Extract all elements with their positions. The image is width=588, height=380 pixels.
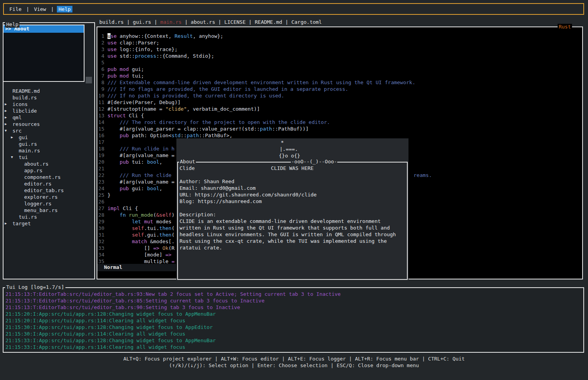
code-token: se xyxy=(111,33,117,39)
code-token: => xyxy=(165,252,172,258)
explorer-item-logger-rs[interactable]: logger.rs xyxy=(4,200,94,207)
code-token: pub xyxy=(120,186,129,191)
code-token xyxy=(107,159,120,165)
file-indent xyxy=(11,147,19,154)
explorer-item-label: menu_bar.rs xyxy=(24,207,58,214)
code-line: 9/// If no flags are provided, the GUI e… xyxy=(97,86,582,92)
code-token: /// Run the clide xyxy=(107,172,174,178)
menu-item-view[interactable]: View xyxy=(32,6,48,12)
ascii-art-line-1: * xyxy=(281,139,284,146)
code-token xyxy=(126,212,129,218)
log-line: 21:15:30:I:App:src/tui/app.rs:114:Cleari… xyxy=(5,331,583,337)
explorer-item-gui[interactable]: ▶gui xyxy=(4,134,94,141)
chevron-right-icon: ▶ xyxy=(5,108,12,114)
explorer-item-tui[interactable]: ▼tui xyxy=(4,154,94,161)
explorer-item-label: editor.rs xyxy=(24,180,51,187)
explorer-item-gui-rs[interactable]: gui.rs xyxy=(4,141,94,147)
line-number: 24 xyxy=(97,185,104,192)
code-token: then xyxy=(159,232,171,238)
code-token: self xyxy=(132,225,144,231)
shortcut-line-2: (↑/k)/(↓/j): Select option | Enter: Choo… xyxy=(0,362,588,369)
explorer-item-explorer-rs[interactable]: explorer.rs xyxy=(4,194,94,200)
code-token xyxy=(107,133,120,138)
explorer-item-readme-md[interactable]: README.md xyxy=(4,88,94,94)
help-dropdown-menu: Help >> About xyxy=(3,25,85,82)
about-box-title: About xyxy=(179,159,196,165)
code-text: pub mod tui; xyxy=(107,72,144,79)
tab-main-rs[interactable]: main.rs xyxy=(160,19,182,26)
tab-license[interactable]: LICENSE xyxy=(224,19,246,26)
log-line: 21:15:13:T:EditorTab:src/tui/editor_tab.… xyxy=(5,304,583,311)
code-line: 14 /// The root directory for the projec… xyxy=(97,119,582,125)
explorer-scrollbar-thumb[interactable] xyxy=(86,77,92,83)
code-token: , xyxy=(159,159,162,165)
log-line: 21:15:20:I:App:src/tui/app.rs:114:Cleari… xyxy=(5,317,583,324)
explorer-file-tree: README.mdbuild.rs▶icons▶libclide▶qml▶res… xyxy=(4,88,94,227)
line-number: 26 xyxy=(97,198,104,205)
code-token: clap::Parser; xyxy=(116,40,159,46)
code-token: mod xyxy=(120,66,129,72)
code-line: 5 xyxy=(97,59,582,66)
code-token: "clide" xyxy=(165,106,187,112)
log-line: 21:15:33:I:App:src/tui/app.rs:114:Cleari… xyxy=(5,344,583,350)
explorer-item-resources[interactable]: ▶resources xyxy=(4,121,94,127)
file-indent xyxy=(16,161,24,167)
explorer-item-label: README.md xyxy=(12,88,40,94)
code-token: use xyxy=(107,53,116,59)
explorer-item-target[interactable]: ▶target xyxy=(4,220,94,227)
line-number: 10 xyxy=(97,92,104,99)
tab-readme-md[interactable]: README.md xyxy=(255,19,282,26)
explorer-item-label: editor_tab.rs xyxy=(24,187,64,194)
ascii-art-border: -ooO--(_)--Ooo- xyxy=(291,159,337,165)
code-token: #[structopt(name = xyxy=(107,106,165,112)
file-indent xyxy=(5,88,12,94)
explorer-item-editor-rs[interactable]: editor.rs xyxy=(4,180,94,187)
explorer-item-icons[interactable]: ▶icons xyxy=(4,101,94,108)
code-token: #[arg(value_name = xyxy=(107,152,174,158)
explorer-item-build-rs[interactable]: build.rs xyxy=(4,94,94,101)
language-badge: Rust xyxy=(558,24,572,30)
explorer-item-src[interactable]: ▼src xyxy=(4,127,94,134)
tab-about-rs[interactable]: about.rs xyxy=(191,19,215,26)
code-text: /// If no path is provided, the current … xyxy=(107,92,284,99)
explorer-item-editor_tab-rs[interactable]: editor_tab.rs xyxy=(4,187,94,194)
line-number: 17 xyxy=(97,139,104,145)
code-token: tui; xyxy=(129,73,144,79)
tab-build-rs[interactable]: build.rs xyxy=(99,19,124,26)
explorer-item-about-rs[interactable]: about.rs xyxy=(4,161,94,167)
code-token: gui: xyxy=(129,186,147,191)
code-token: modes xyxy=(153,219,171,224)
code-token: #[arg(value_parser = clap::value_parser!… xyxy=(107,126,260,132)
code-token: run_mode xyxy=(129,212,153,218)
code-token xyxy=(107,212,120,218)
code-token: bool xyxy=(147,159,159,165)
explorer-item-label: main.rs xyxy=(19,147,40,154)
code-token: ( xyxy=(171,225,174,231)
menu-item-help[interactable]: Help xyxy=(57,6,72,12)
explorer-item-libclide[interactable]: ▶libclide xyxy=(4,108,94,114)
explorer-item-tui-rs[interactable]: tui.rs xyxy=(4,214,94,220)
menu-bar: File|View|Help xyxy=(3,3,584,15)
code-token: pub xyxy=(120,159,129,165)
tab-cargo-toml[interactable]: Cargo.toml xyxy=(291,19,322,26)
tab-gui-rs[interactable]: gui.rs xyxy=(133,19,151,26)
explorer-item-qml[interactable]: ▶qml xyxy=(4,114,94,121)
code-text: use std::process::{Command, Stdio}; xyxy=(107,53,214,59)
code-token: gui; xyxy=(129,66,144,72)
file-indent xyxy=(16,167,24,174)
code-token: , verbatim_doc_comment)] xyxy=(187,106,260,112)
code-line: 15 #[arg(value_parser = clap::value_pars… xyxy=(97,125,582,132)
line-number: 23 xyxy=(97,179,104,185)
log-line: 21:15:13:T:EditorTab:src/tui/editor_tab.… xyxy=(5,291,583,297)
code-text: let mut modes xyxy=(107,218,171,225)
code-token: self xyxy=(132,232,144,238)
code-text: match &modes[. xyxy=(107,238,174,245)
line-number: 4 xyxy=(97,53,104,59)
code-line: 11#[derive(Parser, Debug)] xyxy=(97,99,582,106)
explorer-item-app-rs[interactable]: app.rs xyxy=(4,167,94,174)
explorer-item-menu_bar-rs[interactable]: menu_bar.rs xyxy=(4,207,94,214)
chevron-right-icon: ▶ xyxy=(5,101,12,108)
explorer-item-main-rs[interactable]: main.rs xyxy=(4,147,94,154)
explorer-item-component-rs[interactable]: component.rs xyxy=(4,174,94,180)
menu-item-file[interactable]: File xyxy=(8,6,23,12)
